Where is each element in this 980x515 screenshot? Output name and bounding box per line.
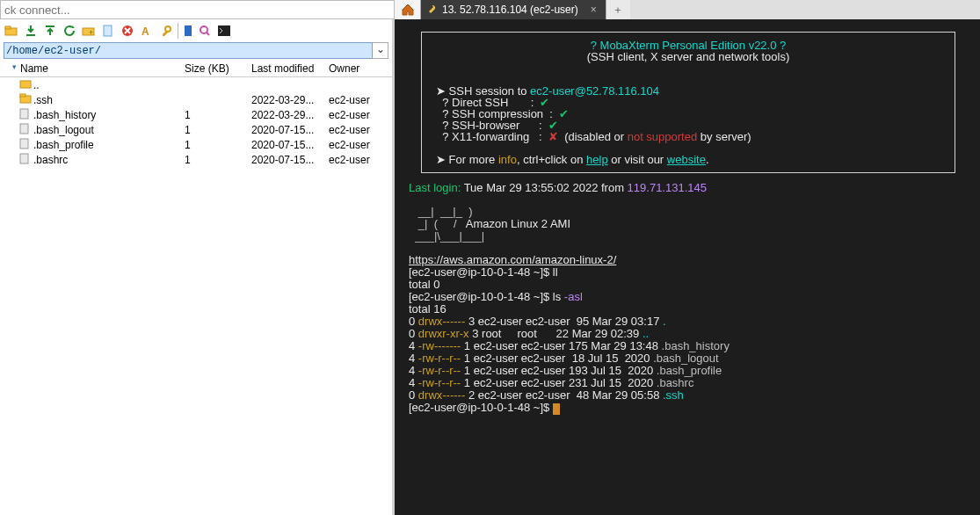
file-size: 1 (185, 152, 251, 167)
last-login-ip: 119.71.131.145 (628, 181, 707, 194)
sftp-toolbar: + A (0, 19, 392, 40)
svg-rect-11 (20, 81, 31, 88)
banner-info-end: . (706, 153, 709, 166)
banner-info-mid2: or visit our (608, 153, 667, 166)
download-icon[interactable] (23, 23, 39, 39)
banner-info-mid: , ctrl+click on (517, 153, 586, 166)
search-icon[interactable] (197, 23, 213, 39)
file-modified: 2020-07-15... (251, 152, 329, 167)
file-list-header[interactable]: ▾ Name Size (KB) Last modified Owner (0, 61, 392, 77)
file-row[interactable]: .bash_logout12020-07-15...ec2-user (0, 122, 392, 137)
rename-icon[interactable]: A (139, 23, 155, 39)
file-modified: 2022-03-29... (251, 107, 329, 122)
refresh-icon[interactable] (62, 23, 77, 39)
file-row[interactable]: .bashrc12020-07-15...ec2-user (0, 152, 392, 167)
tree-collapse-icon[interactable]: ▾ (12, 62, 20, 75)
add-folder-icon[interactable]: + (81, 23, 97, 39)
home-icon (401, 4, 415, 16)
ami-label: Amazon Linux 2 AMI (466, 217, 570, 230)
sftp-path-input[interactable] (4, 42, 373, 59)
delete-icon[interactable] (120, 23, 135, 39)
file-modified (251, 77, 329, 92)
permissions-icon[interactable] (158, 23, 174, 39)
file-row[interactable]: .bash_history12022-03-29...ec2-user (0, 107, 392, 122)
svg-rect-10 (218, 25, 230, 36)
shell-output: total 16 (409, 302, 446, 316)
amazon-linux-link[interactable]: https://aws.amazon.com/amazon-linux-2/ (409, 253, 616, 266)
svg-rect-17 (20, 154, 28, 163)
file-owner: ec2-user (329, 137, 392, 152)
file-modified: 2020-07-15... (251, 137, 329, 152)
svg-rect-16 (20, 139, 28, 149)
new-folder-icon[interactable] (4, 23, 19, 39)
close-icon[interactable]: × (591, 4, 597, 16)
svg-rect-8 (185, 25, 192, 36)
file-icon (19, 122, 33, 137)
plus-icon: ＋ (613, 3, 623, 18)
file-name: .ssh (33, 92, 185, 107)
file-owner: ec2-user (329, 92, 392, 107)
shell-prompt: [ec2-user@ip-10-0-1-48 ~]$ (409, 401, 553, 414)
file-icon (19, 107, 33, 122)
svg-point-7 (165, 26, 171, 32)
sftp-browser: + A ⌄ ▾ Name Size (KB) Last modified Own… (0, 19, 395, 515)
file-name: .. (33, 77, 185, 92)
banner-info-pre: ➤ For more (436, 153, 498, 166)
svg-text:+: + (89, 28, 93, 37)
column-modified[interactable]: Last modified (251, 62, 329, 75)
file-icon (19, 137, 33, 152)
file-row[interactable]: .bash_profile12020-07-15...ec2-user (0, 137, 392, 152)
website-link[interactable]: website (667, 153, 706, 166)
ascii-art: _| ( / (409, 217, 466, 230)
file-owner: ec2-user (329, 122, 392, 137)
wrench-icon (426, 4, 437, 15)
check-icon: ✔ (559, 107, 569, 120)
shell-command: ll (553, 265, 558, 279)
file-owner: ec2-user (329, 107, 392, 122)
file-size: 1 (185, 107, 251, 122)
banner-info-word: info (498, 153, 517, 166)
parent-icon (19, 77, 33, 92)
banner-subtitle: (SSH client, X server and network tools) (587, 50, 789, 63)
last-login-text: Tue Mar 29 13:55:02 2022 from (461, 181, 627, 194)
banner-x11-disabled: (disabled (558, 130, 611, 143)
shell-prompt: [ec2-user@ip-10-0-1-48 ~]$ (409, 265, 553, 279)
banner-opt-x11: ? X11-forwarding : (436, 130, 548, 143)
cross-icon: ✘ (548, 130, 558, 143)
terminal-cursor (553, 403, 560, 415)
column-size[interactable]: Size (KB) (185, 62, 251, 75)
column-owner[interactable]: Owner (329, 62, 392, 75)
file-size (185, 77, 251, 92)
session-tab[interactable]: 13. 52.78.116.104 (ec2-user) × (421, 0, 606, 19)
file-size: 1 (185, 122, 251, 137)
bookmark-icon[interactable] (178, 23, 193, 39)
new-file-icon[interactable] (100, 23, 116, 39)
quick-connect-input[interactable] (0, 0, 395, 19)
svg-rect-4 (104, 25, 112, 36)
path-dropdown-button[interactable]: ⌄ (373, 42, 388, 59)
new-tab-button[interactable]: ＋ (606, 0, 630, 19)
home-tab-button[interactable] (395, 0, 421, 19)
file-row[interactable]: .. (0, 77, 392, 92)
column-name[interactable]: Name (20, 62, 185, 75)
shell-prompt: [ec2-user@ip-10-0-1-48 ~]$ (409, 290, 553, 303)
file-row[interactable]: .ssh2022-03-29...ec2-user (0, 92, 392, 107)
terminal-banner: ? MobaXterm Personal Edition v22.0 ? (SS… (421, 32, 955, 173)
shell-command: ls (553, 290, 564, 303)
file-size: 1 (185, 137, 251, 152)
help-link[interactable]: help (586, 153, 608, 166)
svg-text:A: A (142, 25, 149, 37)
upload-icon[interactable] (42, 23, 58, 39)
svg-rect-14 (20, 109, 28, 119)
shell-output: total 0 (409, 278, 439, 291)
file-owner: ec2-user (329, 152, 392, 167)
terminal-output[interactable]: ? MobaXterm Personal Edition v22.0 ? (SS… (395, 19, 980, 515)
banner-or: or (611, 130, 628, 143)
ascii-art: ___|\___|___| (409, 229, 484, 243)
terminal-icon[interactable] (216, 23, 232, 39)
svg-rect-1 (5, 26, 11, 29)
file-name: .bashrc (33, 152, 185, 167)
folder-icon (19, 92, 33, 107)
file-modified: 2020-07-15... (251, 122, 329, 137)
chevron-down-icon: ⌄ (376, 43, 385, 55)
